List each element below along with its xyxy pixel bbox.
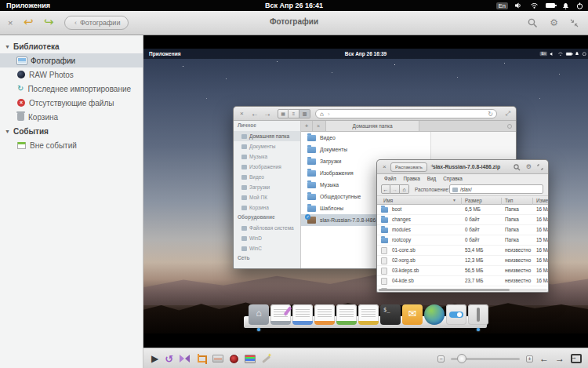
files-expand-icon: ⤢ [506, 110, 510, 118]
red-eye-icon[interactable] [230, 355, 238, 363]
location-label: Расположение: [415, 187, 450, 192]
sidebar-item-last-import[interactable]: ↻Последнее импортирование [0, 82, 143, 96]
archive-back-button: ← [381, 184, 390, 194]
dock [249, 304, 488, 325]
sidebar-item-photos[interactable]: Фотографии [0, 53, 143, 67]
next-photo-icon[interactable]: → [555, 353, 564, 364]
location-input: /slax/ [449, 184, 543, 194]
notifications-bell-icon[interactable] [562, 2, 569, 9]
volume-icon[interactable] [515, 2, 523, 9]
unfullscreen-icon[interactable] [570, 19, 579, 27]
computer-mini-icon [241, 195, 247, 200]
files-sidebar-winc: WinC [234, 243, 300, 253]
archive-window[interactable]: × Распаковать + slax-Russian-7.0.8-i486.… [376, 159, 549, 293]
inner-volume-icon [550, 52, 555, 56]
table-row: boot6,5 МБПапка16 Мар [377, 205, 548, 215]
folder-icon [307, 147, 316, 153]
rotate-icon[interactable]: ↺ [165, 353, 173, 365]
tab-home-folder: Домашняя папка [325, 121, 419, 131]
archive-expand-icon [537, 164, 543, 170]
column-size: Размер [465, 198, 482, 203]
folder-icon [307, 135, 316, 141]
power-icon[interactable] [576, 2, 583, 9]
collapse-triangle-icon: ▼ [5, 44, 10, 49]
dock-diagram-icon [358, 304, 379, 325]
table-row: 04-kde.sb23,7 МБнеизвестно16 Мар [377, 276, 548, 286]
drive-mini-icon [241, 246, 247, 251]
previous-photo-icon[interactable]: ← [539, 353, 549, 364]
table-row: 01-core.sb53,4 МБнеизвестно16 Мар [377, 246, 548, 256]
system-tray: En [496, 0, 583, 11]
inner-power-icon [582, 52, 586, 56]
gear-icon[interactable]: ⚙ [550, 18, 558, 27]
dock-running-indicator [257, 328, 260, 331]
tab-close-icon: × [317, 121, 320, 131]
menu-file: Файл [384, 176, 396, 181]
folder-icon [381, 238, 388, 243]
files-sidebar-pictures: Изображения [234, 162, 300, 172]
system-panel: Приложения Вск Апр 26 16:41 En [0, 0, 588, 11]
sidebar-item-no-event[interactable]: Вне событий [0, 138, 143, 152]
search-icon[interactable] [528, 18, 538, 28]
archive-close-button: × [383, 163, 387, 170]
raw-lens-icon [17, 71, 25, 78]
files-sidebar-header-devices: Оборудование [234, 213, 300, 223]
trash-icon [17, 113, 24, 121]
files-close-button: × [240, 110, 244, 117]
sidebar-item-raw-photos[interactable]: RAW Photos [0, 67, 143, 82]
keyboard-layout-indicator[interactable]: En [496, 2, 508, 9]
straighten-icon[interactable] [212, 355, 223, 363]
edit-toolbar: ▶ ↺ − + ← → [143, 348, 588, 368]
import-clock-icon: ↻ [17, 85, 24, 93]
flip-icon[interactable] [180, 354, 190, 363]
files-sidebar-downloads: Загрузки [234, 182, 300, 192]
enhance-icon[interactable] [262, 354, 272, 363]
archive-title: slax-Russian-7.0.8-i486.zip [424, 164, 509, 169]
zoom-in-button[interactable]: + [526, 355, 533, 363]
downloads-mini-icon [241, 185, 247, 190]
photos-icon [17, 57, 27, 64]
unknown-file-icon [381, 278, 387, 285]
menu-edit: Правка [403, 176, 419, 181]
section-events[interactable]: ▼События [0, 124, 143, 138]
home-icon: ⌂ [320, 110, 324, 118]
folder-icon [307, 170, 316, 177]
section-library[interactable]: ▼Библиотека [0, 39, 143, 53]
dock-system-settings-icon [446, 304, 466, 325]
battery-icon[interactable] [546, 3, 555, 8]
main-toolbar: × ↩ ↪ Фотографии Фотографии ⚙ [0, 11, 588, 35]
zoom-out-button[interactable]: − [437, 355, 445, 363]
file-row-videos: Видео [301, 132, 430, 144]
archive-location-bar: ← → ⌂ Расположение: /slax/ [377, 183, 548, 196]
adjust-colors-icon[interactable] [245, 355, 256, 363]
missing-files-icon: × [17, 99, 25, 107]
wifi-icon[interactable] [530, 2, 539, 9]
folder-icon [381, 207, 388, 213]
publish-icon[interactable] [571, 354, 582, 363]
library-sidebar: ▼Библиотека Фотографии RAW Photos ↻После… [0, 35, 143, 368]
crop-icon[interactable] [196, 354, 206, 363]
archive-menubar: Файл Правка Вид Справка [377, 174, 548, 183]
dock-spreadsheet-icon [336, 304, 357, 325]
dock-text-editor-icon [270, 304, 291, 325]
slideshow-icon[interactable]: ▶ [151, 353, 158, 364]
folder-mini-icon [452, 188, 458, 192]
zoom-slider-thumb[interactable] [457, 354, 466, 363]
table-row: modules0 байтПапка16 Мар [377, 225, 548, 235]
dock-writer-document-icon [292, 304, 313, 325]
grid-view-icon: ▦ [278, 109, 289, 118]
zoom-slider[interactable] [451, 358, 520, 360]
archive-file-icon [307, 217, 316, 224]
inner-wifi-icon [557, 52, 563, 56]
sidebar-item-missing-files[interactable]: ×Отсутствующие файлы [0, 96, 143, 110]
archive-column-headers: Имя ▼ Размер Тип Измен [377, 196, 548, 205]
files-sidebar-wind: WinD [234, 233, 300, 243]
displayed-photo-screenshot[interactable]: Приложения Вск Апр 26 16:39 En × ←→ [143, 49, 588, 333]
shotwell-window: Приложения Вск Апр 26 16:41 En × ↩ ↪ Фот… [0, 0, 588, 368]
archive-forward-button: → [390, 184, 400, 194]
sidebar-item-trash[interactable]: Корзина [0, 110, 143, 124]
inner-battery-icon [566, 53, 572, 56]
refresh-icon: ↻ [488, 110, 493, 118]
folder-icon [307, 158, 316, 165]
archive-gear-icon: ⚙ [526, 164, 532, 170]
